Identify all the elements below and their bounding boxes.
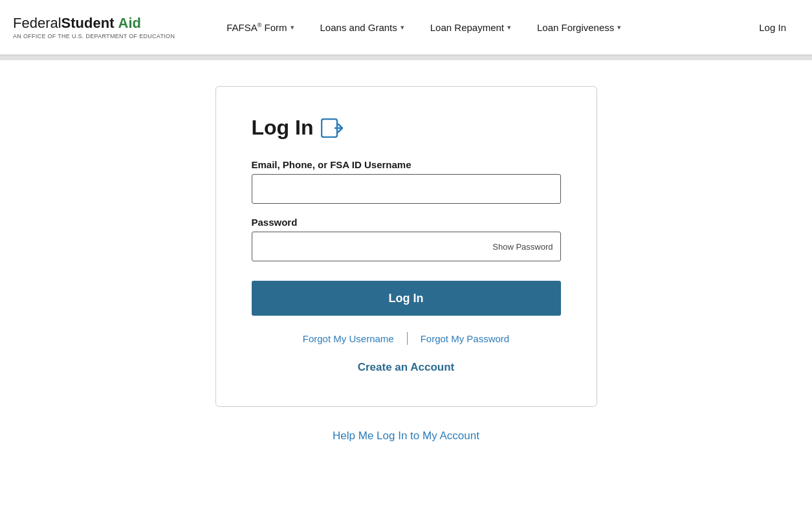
username-label: Email, Phone, or FSA ID Username [252,159,561,170]
nav-forgiveness-label: Loan Forgiveness [537,22,614,33]
nav-fafsa-label: FAFSA® Form [226,22,287,33]
password-label: Password [252,217,561,228]
nav-item-fafsa[interactable]: FAFSA® Form ▾ [214,0,307,55]
nav-item-loan-repayment[interactable]: Loan Repayment ▾ [417,0,524,55]
chevron-down-icon: ▾ [401,23,404,32]
login-card: Log In Email, Phone, or FSA ID Username … [215,86,597,407]
forgot-password-link[interactable]: Forgot My Password [408,333,523,344]
logo-federal: Federal [13,15,61,31]
login-title: Log In [252,116,314,140]
nav-login-label: Log In [759,22,786,33]
logo[interactable]: FederalStudent Aid An OFFICE of the U.S.… [13,15,175,39]
forgot-username-link[interactable]: Forgot My Username [290,333,407,344]
login-title-row: Log In [252,116,561,140]
show-password-button[interactable]: Show Password [492,242,553,252]
login-arrow-icon [321,118,343,138]
help-login-link[interactable]: Help Me Log In to My Account [333,430,479,442]
password-field-wrapper: Show Password [252,232,561,261]
logo-student: Student [61,15,115,31]
site-header: FederalStudent Aid An OFFICE of the U.S.… [0,0,812,55]
create-account-link[interactable]: Create an Account [252,361,561,374]
logo-aid: Aid [118,15,141,31]
nav-item-loans-grants[interactable]: Loans and Grants ▾ [307,0,417,55]
forgot-links-row: Forgot My Username Forgot My Password [252,332,561,345]
logo-title: FederalStudent Aid [13,15,175,32]
header-divider [0,55,812,60]
username-input[interactable] [252,174,561,204]
nav-loans-label: Loans and Grants [320,22,397,33]
chevron-down-icon: ▾ [507,23,511,32]
logo-subtitle: An OFFICE of the U.S. DEPARTMENT of EDUC… [13,33,175,39]
main-content: Log In Email, Phone, or FSA ID Username … [0,60,812,468]
chevron-down-icon: ▾ [617,23,621,32]
nav-item-loan-forgiveness[interactable]: Loan Forgiveness ▾ [524,0,634,55]
nav-login[interactable]: Log In [746,0,799,55]
login-button[interactable]: Log In [252,281,561,316]
nav-repayment-label: Loan Repayment [430,22,504,33]
chevron-down-icon: ▾ [291,23,294,32]
main-nav: FAFSA® Form ▾ Loans and Grants ▾ Loan Re… [214,0,799,55]
